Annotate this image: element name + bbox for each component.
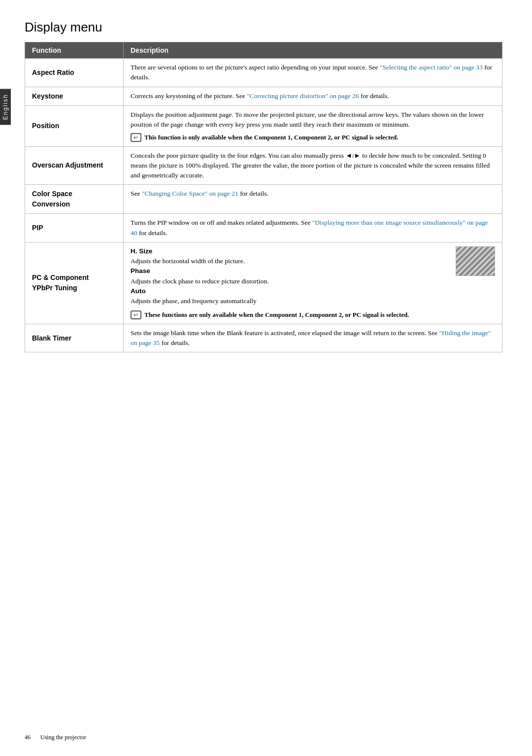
table-row: PC & Component YPbPr Tuning H. Size Adju…	[25, 242, 502, 324]
function-line1: PC & Component	[32, 274, 89, 281]
note-text-pc: These functions are only available when …	[144, 310, 409, 320]
description-cell-aspect-ratio: There are several options to set the pic…	[124, 59, 502, 87]
note-text-position: This function is only available when the…	[144, 133, 398, 142]
table-row: Overscan Adjustment Conceals the poor pi…	[25, 146, 502, 185]
note-icon-pc	[131, 310, 141, 319]
sub-label-auto: Auto	[131, 287, 146, 295]
function-cell-pip: PIP	[25, 214, 124, 242]
table-row: Position Displays the position adjustmen…	[25, 105, 502, 146]
function-cell-color-space: Color Space Conversion	[25, 185, 124, 214]
desc-text: Sets the image blank time when the Blank…	[131, 329, 439, 337]
table-row: Blank Timer Sets the image blank time wh…	[25, 324, 502, 352]
pc-tuning-image	[456, 246, 495, 276]
sub-label-hsize: H. Size	[131, 247, 152, 255]
table-row: Aspect Ratio There are several options t…	[25, 59, 502, 87]
footer-text: Using the projector	[40, 734, 86, 741]
desc-text-end: for details.	[137, 229, 167, 237]
sub-label-phase: Phase	[131, 267, 150, 275]
desc-text: Turns the PIP window on or off and makes…	[131, 219, 312, 226]
phase-desc: Adjusts the clock phase to reduce pictur…	[131, 277, 268, 285]
page-content: Display menu Function Description Aspect…	[25, 0, 502, 352]
function-line1: Color Space	[32, 190, 72, 198]
function-cell-pc-component: PC & Component YPbPr Tuning	[25, 242, 124, 324]
striped-pattern	[456, 246, 495, 276]
desc-text: Conceals the poor picture quality in the…	[131, 152, 490, 179]
description-cell-keystone: Corrects any keystoning of the picture. …	[124, 87, 502, 105]
link-color-space[interactable]: "Changing Color Space" on page 21	[142, 190, 238, 197]
description-cell-position: Displays the position adjustment page. T…	[124, 105, 502, 146]
side-tab-english: English	[0, 89, 11, 125]
description-cell-pip: Turns the PIP window on or off and makes…	[124, 214, 502, 242]
page-title: Display menu	[25, 20, 502, 35]
link-keystone[interactable]: "Correcting picture distortion" on page …	[247, 92, 359, 100]
function-line2: YPbPr Tuning	[32, 284, 77, 292]
auto-desc: Adjusts the phase, and frequency automat…	[131, 297, 257, 305]
function-line2: Conversion	[32, 200, 70, 208]
desc-text: See	[131, 190, 142, 197]
description-cell-color-space: See "Changing Color Space" on page 21 fo…	[124, 185, 502, 214]
description-cell-overscan: Conceals the poor picture quality in the…	[124, 146, 502, 185]
description-header: Description	[124, 42, 502, 59]
desc-text: Corrects any keystoning of the picture. …	[131, 92, 247, 100]
desc-text-end: for details.	[359, 92, 389, 100]
description-cell-blank-timer: Sets the image blank time when the Blank…	[124, 324, 502, 352]
desc-text: There are several options to set the pic…	[131, 64, 380, 71]
function-cell-aspect-ratio: Aspect Ratio	[25, 59, 124, 87]
note-box-position: This function is only available when the…	[131, 133, 495, 142]
hsize-desc: Adjusts the horizontal width of the pict…	[131, 257, 245, 265]
function-cell-overscan: Overscan Adjustment	[25, 146, 124, 185]
function-header: Function	[25, 42, 124, 59]
note-box-pc: These functions are only available when …	[131, 310, 495, 320]
desc-text-end: for details.	[160, 339, 190, 346]
function-cell-position: Position	[25, 105, 124, 146]
desc-text-end: for details.	[238, 190, 268, 197]
table-header-row: Function Description	[25, 42, 502, 59]
table-row: Keystone Corrects any keystoning of the …	[25, 87, 502, 105]
footer-page-number: 46	[25, 734, 31, 741]
desc-text: Displays the position adjustment page. T…	[131, 111, 484, 128]
link-aspect-ratio[interactable]: "Selecting the aspect ratio" on page 33	[380, 64, 483, 71]
display-menu-table: Function Description Aspect Ratio There …	[25, 42, 502, 352]
note-icon	[131, 133, 141, 142]
table-row: PIP Turns the PIP window on or off and m…	[25, 214, 502, 242]
description-cell-pc-component: H. Size Adjusts the horizontal width of …	[124, 242, 502, 324]
function-cell-keystone: Keystone	[25, 87, 124, 105]
page-footer: 46 Using the projector	[25, 734, 502, 741]
function-cell-blank-timer: Blank Timer	[25, 324, 124, 352]
table-row: Color Space Conversion See "Changing Col…	[25, 185, 502, 214]
